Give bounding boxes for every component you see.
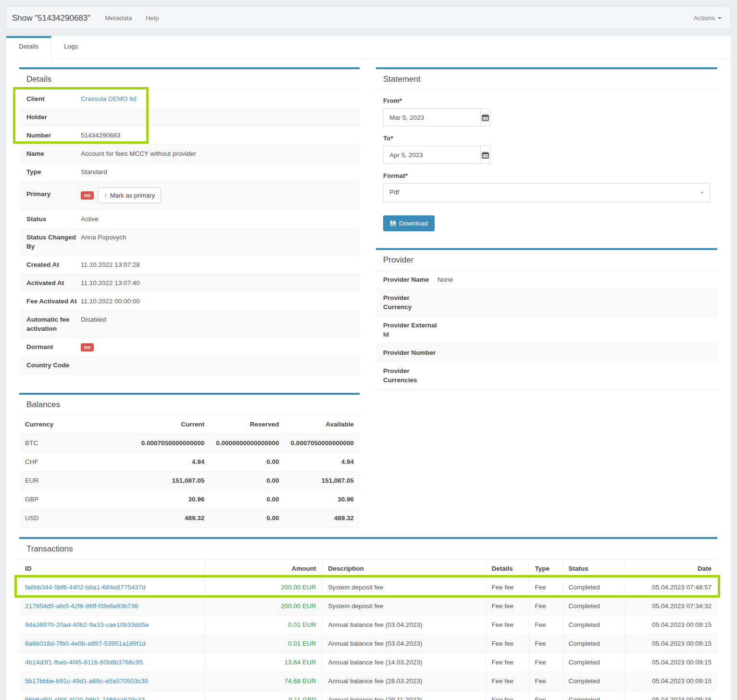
nav-metadata[interactable]: Metadata [105, 14, 132, 22]
detail-row-fee-activated-at: Fee Activated At 11.10.2022 00:00:00 [19, 292, 360, 311]
format-select-value: Pdf [389, 188, 399, 196]
detail-row-status: Status Active [19, 210, 360, 228]
detail-row-type: Type Standard [19, 163, 360, 181]
detail-row-created-at: Created At 11.10.2022 13:07:28 [19, 256, 360, 274]
transaction-id-link[interactable]: 56b6af50-c90f-4020-98b1-7468aa679c43 [25, 696, 145, 700]
caret-down-icon [718, 17, 722, 19]
transaction-row: fa8bb344-5bf6-4402-b8a1-684e8775437d 200… [19, 578, 717, 597]
statement-panel: Statement From* [376, 67, 717, 243]
to-label: To* [383, 135, 710, 142]
transactions-header-row: ID Amount Description Details Type Statu… [19, 560, 717, 578]
dormant-badge: no [81, 343, 94, 351]
balance-row-btc: BTC 0.0007050000000000 0.000000000000000… [19, 434, 360, 453]
mark-as-primary-label: Mark as primary [110, 191, 155, 200]
from-date-input[interactable] [383, 108, 480, 126]
provider-panel: Provider Provider Name None Provider Cur… [376, 248, 717, 390]
provider-panel-title: Provider [376, 250, 717, 271]
calendar-icon [482, 114, 489, 121]
transaction-id-link[interactable]: 217854d5-afe5-42f6-86ff-f3fe8a93b736 [25, 602, 138, 610]
transaction-row: 9da38970-20ad-40b2-9a33-cae10b33dd5e 0.0… [19, 616, 717, 635]
transaction-id-link[interactable]: fa8bb344-5bf6-4402-b8a1-684e8775437d [25, 584, 146, 591]
balances-header-row: Currency Current Reserved Available [19, 415, 360, 434]
transactions-table: ID Amount Description Details Type Statu… [19, 560, 717, 700]
transaction-row: 6a6b018d-7fb0-4e0b-a997-53951a189f1d 0.0… [19, 635, 717, 653]
provider-row-name: Provider Name None [376, 271, 717, 289]
detail-row-name: Name Account for fees MCCY without provi… [19, 145, 360, 163]
select-caret-icon [700, 192, 703, 194]
actions-dropdown[interactable]: Actions [694, 14, 722, 22]
download-label: Download [399, 220, 428, 227]
balance-row-eur: EUR 151,087.05 0.00 151,087.05 [19, 472, 360, 490]
details-panel-title: Details [19, 69, 360, 90]
detail-row-primary: Primary no ↑ Mark as primary [19, 181, 360, 210]
provider-row-number: Provider Number [376, 344, 717, 362]
calendar-icon [482, 151, 489, 159]
to-date-input[interactable] [383, 146, 480, 164]
actions-label: Actions [694, 14, 715, 22]
provider-row-currencies: Provider Currencies [376, 362, 717, 389]
tab-bar: Details Logs [6, 36, 731, 59]
detail-row-number: Number 51434290683 [19, 126, 360, 145]
statement-panel-title: Statement [376, 69, 717, 90]
balance-row-usd: USD 489.32 0.00 489.32 [19, 509, 360, 528]
from-label: From* [383, 97, 710, 104]
mark-as-primary-button[interactable]: ↑ Mark as primary [98, 188, 161, 203]
from-calendar-addon[interactable] [480, 108, 490, 126]
balance-row-gbp: GBP 30.96 0.00 30.96 [19, 490, 360, 509]
detail-row-automatic-fee-activation: Automatic fee activation Disabled [19, 311, 360, 338]
provider-row-external-id: Provider External Id [376, 316, 717, 344]
tab-logs[interactable]: Logs [51, 36, 90, 58]
transactions-panel: Transactions ID Amount Description Detai… [19, 537, 717, 700]
transaction-id-link[interactable]: 9da38970-20ad-40b2-9a33-cae10b33dd5e [25, 621, 149, 628]
tab-details[interactable]: Details [6, 36, 51, 59]
balances-panel: Balances Currency Current Reserved Avail… [19, 393, 360, 528]
details-panel: Details Client Crassula DEMO ltd Holder … [19, 67, 360, 375]
format-select[interactable]: Pdf [383, 183, 710, 202]
toolbar: Show "51434290683" Metadata Help Actions [6, 7, 731, 29]
balances-table: Currency Current Reserved Available BTC … [19, 415, 360, 528]
balances-panel-title: Balances [19, 395, 360, 415]
transaction-id-link[interactable]: 4b14d3f1-fbeb-4f45-8116-80b8b3766c95 [25, 659, 143, 666]
transaction-row: 5b17bbbe-b91c-49d1-a68c-a5a570503c30 74.… [19, 672, 717, 691]
content-sheet: Details Logs Details Client Crassula DEM… [6, 36, 731, 700]
detail-row-client: Client Crassula DEMO ltd [19, 90, 360, 108]
transaction-id-link[interactable]: 6a6b018d-7fb0-4e0b-a997-53951a189f1d [25, 640, 146, 647]
page: Show "51434290683" Metadata Help Actions… [0, 0, 737, 700]
transactions-panel-title: Transactions [19, 539, 717, 560]
detail-row-activated-at: Activated At 11.10.2022 13:07:40 [19, 274, 360, 292]
balance-row-chf: CHF 4.94 0.00 4.94 [19, 453, 360, 472]
format-label: Format* [383, 172, 710, 179]
nav-help[interactable]: Help [146, 14, 159, 22]
save-icon [390, 220, 396, 226]
detail-row-dormant: Dormant no [19, 338, 360, 356]
transaction-row: 4b14d3f1-fbeb-4f45-8116-80b8b3766c95 13.… [19, 653, 717, 672]
page-title: Show "51434290683" [12, 13, 90, 23]
detail-row-holder: Holder [19, 108, 360, 126]
to-calendar-addon[interactable] [480, 146, 490, 164]
detail-row-status-changed-by: Status Changed By Anna Popovych [19, 228, 360, 256]
client-link[interactable]: Crassula DEMO ltd [81, 95, 137, 102]
primary-badge: no [81, 191, 94, 200]
transaction-row: 217854d5-afe5-42f6-86ff-f3fe8a93b736 200… [19, 597, 717, 616]
transaction-row: 56b6af50-c90f-4020-98b1-7468aa679c43 0.1… [19, 691, 717, 700]
main-content: Details Client Crassula DEMO ltd Holder … [6, 59, 731, 700]
arrow-up-icon: ↑ [104, 191, 107, 200]
detail-row-country-code: Country Code [19, 356, 360, 375]
transaction-id-link[interactable]: 5b17bbbe-b91c-49d1-a68c-a5a570503c30 [25, 677, 148, 685]
download-button[interactable]: Download [383, 215, 435, 231]
provider-row-currency: Provider Currency [376, 289, 717, 316]
